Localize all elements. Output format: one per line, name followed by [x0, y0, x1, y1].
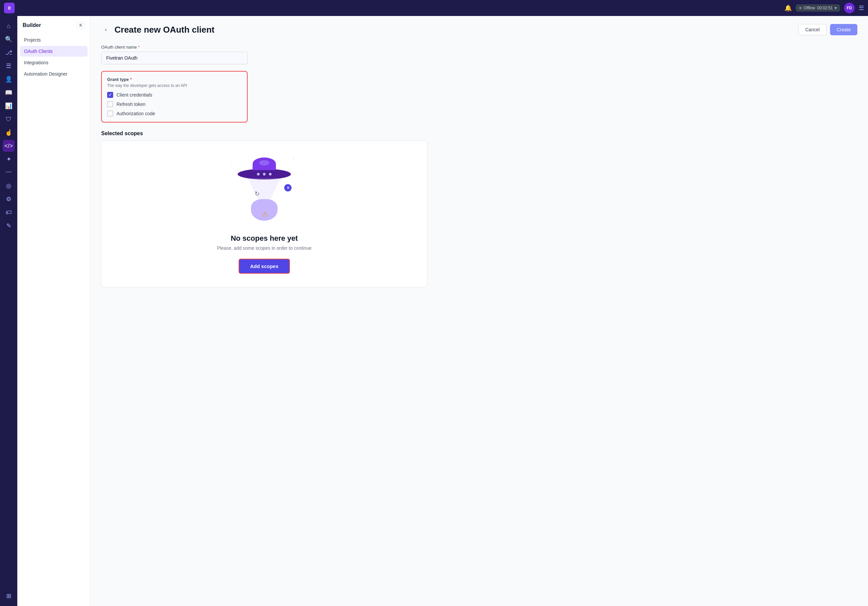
checkmark-icon: ✓ [108, 93, 112, 97]
rail-target-icon[interactable]: ◎ [3, 180, 15, 192]
topbar-left: it [4, 3, 15, 13]
sidebar-nav: Projects OAuth Clients Integrations Auto… [17, 35, 90, 79]
scopes-title: Selected scopes [101, 131, 427, 137]
rail-edit-icon[interactable]: ✎ [3, 220, 15, 232]
sidebar-item-oauth-clients[interactable]: OAuth Clients [20, 46, 88, 57]
checkbox-client-credentials[interactable]: ✓ Client credentials [107, 92, 242, 98]
page-header-left: ‹ Create new OAuth client [101, 25, 215, 35]
checkbox-refresh-token-box[interactable] [107, 101, 113, 107]
dot-bg-4: ● [298, 171, 299, 173]
grant-required-star: * [130, 77, 132, 82]
ufo-dome-shine [259, 160, 269, 165]
refresh-token-label: Refresh token [116, 101, 146, 107]
ufo-illustration: ● ● ● ● [228, 154, 301, 227]
rail-shield-icon[interactable]: 🛡 [3, 113, 15, 125]
dot-bg-1: ● [231, 161, 232, 164]
ufo-light-1 [257, 173, 260, 176]
rail-settings-icon[interactable]: ⚙ [3, 193, 15, 205]
bell-icon[interactable]: 🔔 [784, 4, 792, 12]
header-actions: Cancel Create [798, 24, 857, 35]
rail-finger-icon[interactable]: ☝ [3, 126, 15, 138]
ufo-x-badge: ✕ [284, 184, 291, 191]
page-title: Create new OAuth client [115, 25, 215, 35]
grant-type-desc: The way the developer gets access to an … [107, 83, 242, 88]
sidebar-item-projects[interactable]: Projects [20, 35, 88, 45]
avatar[interactable]: FD [844, 3, 855, 13]
page-header: ‹ Create new OAuth client Cancel Create [101, 24, 857, 35]
sidebar: Builder K Projects OAuth Clients Integra… [17, 16, 90, 606]
chevron-down-icon: ▾ [835, 6, 837, 10]
no-scopes-desc: Please, add some scopes in order to cont… [217, 246, 312, 251]
rail-search-icon[interactable]: 🔍 [3, 33, 15, 45]
authorization-code-label: Authorization code [116, 111, 155, 116]
rail-badge-icon[interactable]: 🏷 [3, 207, 15, 218]
status-badge[interactable]: Offline 00:02:51 ▾ [796, 4, 840, 12]
rail-grid-icon[interactable]: ⊞ [3, 590, 15, 602]
rail-list-icon[interactable]: ☰ [3, 60, 15, 72]
sidebar-item-automation-designer[interactable]: Automation Designer [20, 68, 88, 79]
rail-user-icon[interactable]: 👤 [3, 73, 15, 85]
checkbox-refresh-token[interactable]: Refresh token [107, 101, 242, 107]
checkbox-client-credentials-box[interactable]: ✓ [107, 92, 113, 98]
icon-rail: ⌂ 🔍 ⎇ ☰ 👤 📖 📊 🛡 ☝ </> ✦ 〰 ◎ ⚙ 🏷 ✎ ⊞ [0, 16, 17, 606]
client-name-group: OAuth client name * [101, 45, 427, 64]
ufo-reload-icon: ↻ [254, 190, 260, 197]
ufo-dome [253, 157, 276, 170]
topbar: it 🔔 Offline 00:02:51 ▾ FD ☰ [0, 0, 868, 16]
grant-type-title: Grant type * [107, 77, 242, 82]
dot-bg-2: ● [293, 157, 294, 160]
status-text: Offline [804, 6, 815, 10]
required-star: * [138, 45, 140, 50]
ufo-warning-icon: ⚠ [261, 210, 269, 218]
no-scopes-title: No scopes here yet [231, 234, 298, 243]
back-button[interactable]: ‹ [101, 25, 110, 34]
cancel-button[interactable]: Cancel [798, 24, 827, 35]
rail-metrics-icon[interactable]: 📊 [3, 100, 15, 112]
rail-home-icon[interactable]: ⌂ [3, 20, 15, 32]
ufo-light-3 [269, 173, 271, 176]
sidebar-title: Builder [23, 22, 41, 28]
rail-book-icon[interactable]: 📖 [3, 87, 15, 99]
rail-star-icon[interactable]: ✦ [3, 153, 15, 165]
rail-wave-icon[interactable]: 〰 [3, 166, 15, 179]
collapse-button[interactable]: K [77, 21, 85, 29]
menu-icon[interactable]: ☰ [859, 4, 864, 12]
create-button[interactable]: Create [830, 24, 857, 35]
scopes-box: ● ● ● ● [101, 140, 427, 287]
add-scopes-button[interactable]: Add scopes [239, 259, 290, 274]
form-section: OAuth client name * Grant type * The way… [101, 45, 427, 287]
client-name-label: OAuth client name * [101, 45, 427, 50]
timer-text: 00:02:51 [817, 6, 833, 10]
grant-type-box: Grant type * The way the developer gets … [101, 71, 248, 123]
sidebar-header: Builder K [17, 21, 90, 35]
client-credentials-label: Client credentials [116, 92, 152, 98]
rail-code-icon[interactable]: </> [3, 140, 15, 152]
status-dot [799, 7, 802, 9]
app-logo[interactable]: it [4, 3, 15, 13]
checkbox-authorization-code[interactable]: Authorization code [107, 110, 242, 117]
topbar-right: 🔔 Offline 00:02:51 ▾ FD ☰ [784, 3, 864, 13]
ufo-light-2 [263, 173, 266, 176]
dot-bg-3: ● [229, 212, 231, 214]
checkbox-authorization-code-box[interactable] [107, 110, 113, 117]
main-content: ‹ Create new OAuth client Cancel Create … [90, 16, 868, 606]
scopes-section: Selected scopes ● ● ● ● [101, 131, 427, 287]
ufo-saucer [238, 157, 291, 179]
sidebar-item-integrations[interactable]: Integrations [20, 57, 88, 68]
rail-git-icon[interactable]: ⎇ [3, 47, 15, 59]
client-name-input[interactable] [101, 51, 248, 64]
